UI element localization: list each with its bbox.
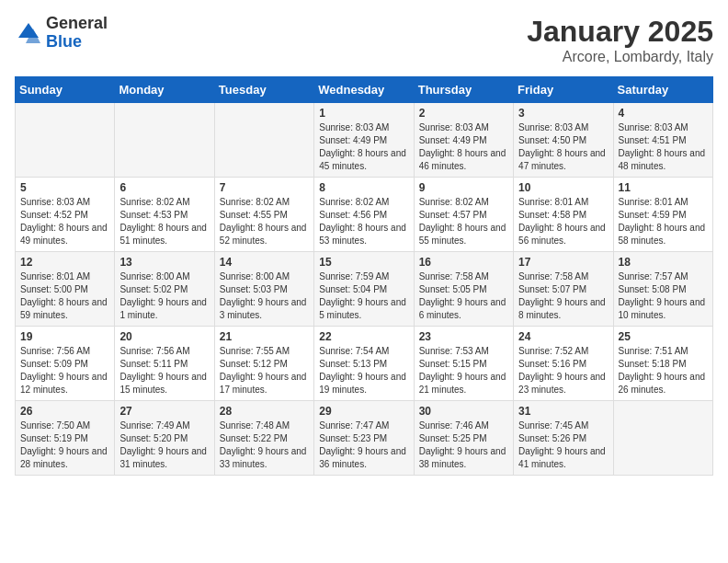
calendar-cell: 24 Sunrise: 7:52 AMSunset: 5:16 PMDaylig… <box>514 327 613 401</box>
day-info: Sunrise: 8:00 AMSunset: 5:03 PMDaylight:… <box>220 271 307 320</box>
weekday-header-saturday: Saturday <box>613 77 712 103</box>
day-number: 27 <box>119 405 209 418</box>
day-info: Sunrise: 8:03 AMSunset: 4:49 PMDaylight:… <box>319 122 406 171</box>
day-number: 21 <box>220 330 309 343</box>
day-info: Sunrise: 7:50 AMSunset: 5:19 PMDaylight:… <box>20 420 108 469</box>
week-row-1: 1 Sunrise: 8:03 AMSunset: 4:49 PMDayligh… <box>16 103 713 178</box>
calendar-cell: 18 Sunrise: 7:57 AMSunset: 5:08 PMDaylig… <box>613 252 712 327</box>
logo-text: General Blue <box>46 15 108 52</box>
calendar-cell: 7 Sunrise: 8:02 AMSunset: 4:55 PMDayligh… <box>214 178 313 252</box>
day-info: Sunrise: 8:02 AMSunset: 4:55 PMDaylight:… <box>220 197 307 246</box>
calendar-cell: 5 Sunrise: 8:03 AMSunset: 4:52 PMDayligh… <box>16 178 115 252</box>
day-number: 19 <box>20 330 109 343</box>
day-number: 30 <box>419 405 508 418</box>
day-number: 28 <box>220 405 309 418</box>
weekday-header-thursday: Thursday <box>414 77 513 103</box>
day-number: 20 <box>119 330 209 343</box>
day-number: 3 <box>518 107 608 120</box>
calendar-cell: 11 Sunrise: 8:01 AMSunset: 4:59 PMDaylig… <box>613 178 712 252</box>
day-info: Sunrise: 7:56 AMSunset: 5:11 PMDaylight:… <box>119 346 207 395</box>
weekday-header-tuesday: Tuesday <box>214 77 313 103</box>
day-info: Sunrise: 7:58 AMSunset: 5:05 PMDaylight:… <box>419 271 506 320</box>
day-number: 7 <box>220 181 309 194</box>
week-row-2: 5 Sunrise: 8:03 AMSunset: 4:52 PMDayligh… <box>16 178 713 252</box>
day-number: 6 <box>119 181 209 194</box>
logo-icon <box>15 19 42 47</box>
weekday-header-sunday: Sunday <box>16 77 115 103</box>
calendar-cell: 31 Sunrise: 7:45 AMSunset: 5:26 PMDaylig… <box>514 401 613 476</box>
day-number: 1 <box>319 107 408 120</box>
day-info: Sunrise: 8:03 AMSunset: 4:52 PMDaylight:… <box>20 197 108 246</box>
calendar-cell: 21 Sunrise: 7:55 AMSunset: 5:12 PMDaylig… <box>214 327 313 401</box>
day-info: Sunrise: 8:02 AMSunset: 4:56 PMDaylight:… <box>319 197 406 246</box>
day-info: Sunrise: 8:00 AMSunset: 5:02 PMDaylight:… <box>119 271 207 320</box>
day-info: Sunrise: 7:46 AMSunset: 5:25 PMDaylight:… <box>419 420 506 469</box>
calendar-cell: 10 Sunrise: 8:01 AMSunset: 4:58 PMDaylig… <box>514 178 613 252</box>
day-info: Sunrise: 7:53 AMSunset: 5:15 PMDaylight:… <box>419 346 506 395</box>
day-number: 26 <box>20 405 109 418</box>
calendar-cell: 27 Sunrise: 7:49 AMSunset: 5:20 PMDaylig… <box>115 401 214 476</box>
calendar-cell <box>16 103 115 178</box>
day-info: Sunrise: 8:01 AMSunset: 4:58 PMDaylight:… <box>518 197 606 246</box>
logo: General Blue <box>15 15 108 52</box>
day-number: 16 <box>419 256 508 269</box>
day-number: 14 <box>220 256 309 269</box>
calendar-subtitle: Arcore, Lombardy, Italy <box>527 49 713 65</box>
calendar-title: January 2025 <box>527 15 713 49</box>
day-info: Sunrise: 8:03 AMSunset: 4:50 PMDaylight:… <box>518 122 606 171</box>
day-info: Sunrise: 8:01 AMSunset: 5:00 PMDaylight:… <box>20 271 108 320</box>
day-info: Sunrise: 7:58 AMSunset: 5:07 PMDaylight:… <box>518 271 606 320</box>
calendar-cell: 29 Sunrise: 7:47 AMSunset: 5:23 PMDaylig… <box>314 401 414 476</box>
title-block: January 2025 Arcore, Lombardy, Italy <box>527 15 713 65</box>
day-number: 23 <box>419 330 508 343</box>
calendar-cell: 2 Sunrise: 8:03 AMSunset: 4:49 PMDayligh… <box>414 103 513 178</box>
calendar-table: SundayMondayTuesdayWednesdayThursdayFrid… <box>15 76 713 476</box>
calendar-cell: 19 Sunrise: 7:56 AMSunset: 5:09 PMDaylig… <box>16 327 115 401</box>
calendar-cell: 12 Sunrise: 8:01 AMSunset: 5:00 PMDaylig… <box>16 252 115 327</box>
day-number: 9 <box>419 181 508 194</box>
calendar-cell: 26 Sunrise: 7:50 AMSunset: 5:19 PMDaylig… <box>16 401 115 476</box>
calendar-cell: 1 Sunrise: 8:03 AMSunset: 4:49 PMDayligh… <box>314 103 414 178</box>
day-number: 15 <box>319 256 408 269</box>
calendar-cell: 8 Sunrise: 8:02 AMSunset: 4:56 PMDayligh… <box>314 178 414 252</box>
calendar-cell: 4 Sunrise: 8:03 AMSunset: 4:51 PMDayligh… <box>613 103 712 178</box>
day-number: 25 <box>619 330 708 343</box>
weekday-header-row: SundayMondayTuesdayWednesdayThursdayFrid… <box>16 77 713 103</box>
day-number: 10 <box>518 181 608 194</box>
calendar-cell: 13 Sunrise: 8:00 AMSunset: 5:02 PMDaylig… <box>115 252 214 327</box>
day-number: 4 <box>619 107 708 120</box>
calendar-cell: 16 Sunrise: 7:58 AMSunset: 5:05 PMDaylig… <box>414 252 513 327</box>
day-info: Sunrise: 7:48 AMSunset: 5:22 PMDaylight:… <box>220 420 307 469</box>
calendar-cell <box>214 103 313 178</box>
day-info: Sunrise: 8:01 AMSunset: 4:59 PMDaylight:… <box>619 197 706 246</box>
calendar-cell: 6 Sunrise: 8:02 AMSunset: 4:53 PMDayligh… <box>115 178 214 252</box>
weekday-header-friday: Friday <box>514 77 613 103</box>
day-number: 13 <box>119 256 209 269</box>
day-info: Sunrise: 8:02 AMSunset: 4:57 PMDaylight:… <box>419 197 506 246</box>
day-number: 31 <box>518 405 608 418</box>
day-info: Sunrise: 7:45 AMSunset: 5:26 PMDaylight:… <box>518 420 606 469</box>
day-number: 24 <box>518 330 608 343</box>
calendar-cell: 30 Sunrise: 7:46 AMSunset: 5:25 PMDaylig… <box>414 401 513 476</box>
day-number: 2 <box>419 107 508 120</box>
logo-general: General <box>46 14 108 32</box>
day-info: Sunrise: 7:52 AMSunset: 5:16 PMDaylight:… <box>518 346 606 395</box>
calendar-cell <box>613 401 712 476</box>
calendar-cell <box>115 103 214 178</box>
calendar-cell: 23 Sunrise: 7:53 AMSunset: 5:15 PMDaylig… <box>414 327 513 401</box>
day-number: 18 <box>619 256 708 269</box>
day-info: Sunrise: 8:02 AMSunset: 4:53 PMDaylight:… <box>119 197 207 246</box>
day-info: Sunrise: 7:51 AMSunset: 5:18 PMDaylight:… <box>619 346 706 395</box>
calendar-cell: 9 Sunrise: 8:02 AMSunset: 4:57 PMDayligh… <box>414 178 513 252</box>
calendar-cell: 17 Sunrise: 7:58 AMSunset: 5:07 PMDaylig… <box>514 252 613 327</box>
logo-blue: Blue <box>46 32 82 51</box>
calendar-cell: 3 Sunrise: 8:03 AMSunset: 4:50 PMDayligh… <box>514 103 613 178</box>
calendar-cell: 28 Sunrise: 7:48 AMSunset: 5:22 PMDaylig… <box>214 401 313 476</box>
calendar-cell: 25 Sunrise: 7:51 AMSunset: 5:18 PMDaylig… <box>613 327 712 401</box>
day-info: Sunrise: 7:55 AMSunset: 5:12 PMDaylight:… <box>220 346 307 395</box>
week-row-3: 12 Sunrise: 8:01 AMSunset: 5:00 PMDaylig… <box>16 252 713 327</box>
page-header: General Blue January 2025 Arcore, Lombar… <box>15 15 713 65</box>
day-number: 17 <box>518 256 608 269</box>
day-number: 5 <box>20 181 109 194</box>
day-number: 22 <box>319 330 408 343</box>
